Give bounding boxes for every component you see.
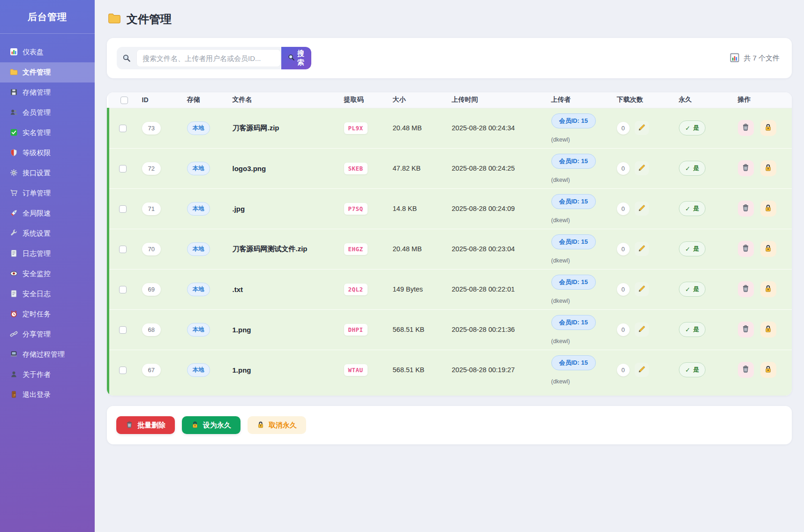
select-all-checkbox[interactable] [120,97,128,104]
file-count: 共 7 个文件 [730,53,780,64]
sidebar-item-security-log[interactable]: 安全日志 [0,284,95,304]
toggle-permanent-button[interactable] [760,241,776,257]
delete-file-button[interactable] [738,362,754,378]
upload-time: 2025-08-28 00:23:04 [452,245,515,253]
table-row: 72 本地 logo3.png SKEB 47.82 KB 2025-08-28… [108,148,792,188]
cancel-permanent-button[interactable]: 取消永久 [248,416,306,434]
lock-icon [764,164,772,173]
sidebar-item-member-management[interactable]: 会员管理 [0,103,95,123]
column-header-operations: 操作 [734,92,792,108]
edit-downloads-button[interactable] [635,161,649,175]
sidebar-item-global-speed-limit[interactable]: 全局限速 [0,203,95,224]
sidebar-item-about-author[interactable]: 关于作者 [0,365,95,385]
folder-icon [108,12,121,27]
delete-file-button[interactable] [738,281,754,297]
check-icon: ✓ [685,125,691,132]
sidebar-item-order-management[interactable]: 订单管理 [0,183,95,203]
cancel-permanent-label: 取消永久 [269,421,297,430]
sidebar-item-file-management[interactable]: 文件管理 [0,62,95,82]
file-size: 568.51 KB [393,366,425,374]
check-icon: ✓ [685,367,691,374]
sidebar-item-logout[interactable]: 退出登录 [0,385,95,405]
row-checkbox[interactable] [119,246,127,253]
sidebar-item-realname-management[interactable]: 实名管理 [0,123,95,143]
row-checkbox[interactable] [119,326,127,334]
file-id-badge: 70 [142,243,161,255]
pencil-icon [638,124,646,133]
wrench-icon [10,229,18,239]
permanent-label: 是 [693,245,699,253]
permanent-badge: ✓ 是 [679,161,706,176]
member-id-badge: 会员ID: 15 [551,113,596,128]
users-icon [10,108,18,118]
sidebar-item-label: 退出登录 [23,390,51,399]
trash-icon [742,325,750,334]
document-icon [10,290,18,299]
file-name: logo3.png [233,165,266,172]
row-checkbox[interactable] [119,165,127,172]
file-table-body: 73 本地 刀客源码网.zip PL9X 20.48 MB 2025-08-28… [108,108,792,396]
extract-code-badge: DHPI [344,324,368,336]
extract-code-badge: SKEB [344,163,368,174]
storage-badge: 本地 [187,121,210,135]
sidebar-item-log-management[interactable]: 日志管理 [0,244,95,264]
upload-time: 2025-08-28 00:19:27 [452,366,515,374]
permanent-badge: ✓ 是 [679,201,706,216]
permanent-label: 是 [693,124,699,132]
edit-downloads-button[interactable] [635,242,649,256]
sidebar-item-storage-management[interactable]: 存储管理 [0,82,95,103]
sidebar-item-stored-procedure-management[interactable]: 存储过程管理 [0,345,95,365]
delete-file-button[interactable] [738,241,754,257]
sidebar-item-system-settings[interactable]: 系统设置 [0,224,95,244]
column-header-id: ID [138,92,183,108]
pencil-icon [638,245,646,254]
sidebar-item-label: 全局限速 [23,209,51,218]
edit-downloads-button[interactable] [635,282,649,296]
column-header-size: 大小 [389,92,448,108]
row-checkbox[interactable] [119,205,127,213]
toggle-permanent-button[interactable] [760,322,776,337]
delete-file-button[interactable] [738,322,754,337]
file-name: 1.png [233,326,251,334]
edit-downloads-button[interactable] [635,322,649,337]
delete-file-button[interactable] [738,160,754,176]
sidebar-item-scheduled-tasks[interactable]: 定时任务 [0,304,95,324]
toggle-permanent-button[interactable] [760,281,776,297]
file-id-badge: 71 [142,202,161,215]
member-id-badge: 会员ID: 15 [551,234,596,249]
search-input[interactable] [136,49,281,67]
batch-delete-button[interactable]: 批量删除 [116,416,175,434]
sidebar-item-level-permission[interactable]: 等级权限 [0,143,95,163]
sidebar-item-api-settings[interactable]: 接口设置 [0,163,95,183]
edit-downloads-button[interactable] [635,121,649,135]
sidebar-item-security-monitor[interactable]: 安全监控 [0,264,95,284]
edit-downloads-button[interactable] [635,202,649,216]
row-checkbox[interactable] [119,125,127,132]
search-button[interactable]: 搜索 [281,47,311,69]
permanent-label: 是 [693,285,699,293]
toggle-permanent-button[interactable] [760,160,776,176]
table-row: 70 本地 刀客源码网测试文件.zip EHGZ 20.48 MB 2025-0… [108,229,792,269]
floppy-disk-icon [10,88,18,97]
delete-file-button[interactable] [738,201,754,217]
sidebar-item-dashboard[interactable]: 仪表盘 [0,42,95,62]
row-checkbox[interactable] [119,367,127,374]
permanent-badge: ✓ 是 [679,322,706,337]
toggle-permanent-button[interactable] [760,120,776,136]
row-checkbox[interactable] [119,286,127,293]
member-id-badge: 会员ID: 15 [551,154,596,169]
toggle-permanent-button[interactable] [760,362,776,378]
uploader-name: (dkewl) [551,378,570,385]
set-permanent-button[interactable]: 设为永久 [182,416,240,434]
trash-icon [742,164,750,173]
delete-file-button[interactable] [738,120,754,136]
toggle-permanent-button[interactable] [760,201,776,217]
extract-code-badge: P7SQ [344,203,368,215]
extract-code-badge: EHGZ [344,243,368,255]
file-id-badge: 72 [142,162,161,175]
trash-icon [742,285,750,294]
permanent-badge: ✓ 是 [679,282,706,297]
sidebar-item-label: 订单管理 [23,189,51,198]
sidebar-item-share-management[interactable]: 分享管理 [0,324,95,345]
edit-downloads-button[interactable] [635,363,649,377]
